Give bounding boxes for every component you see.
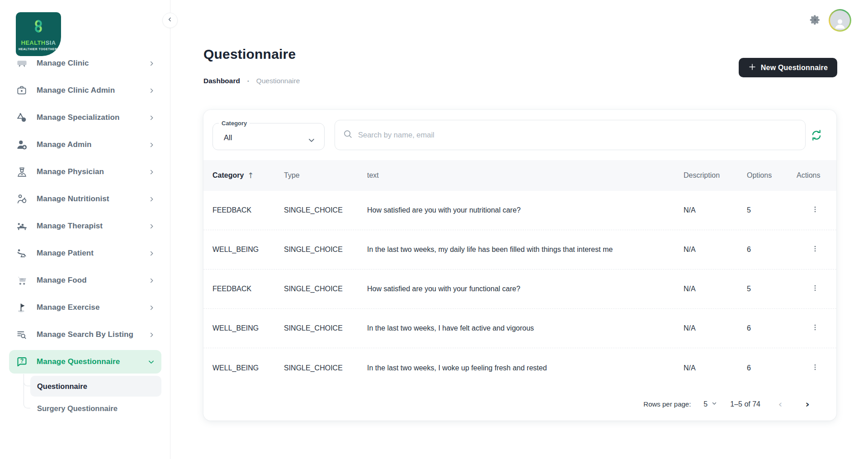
table-row: FEEDBACKSINGLE_CHOICEHow satisfied are y… [203, 270, 836, 309]
sidebar-subitem-label: Surgery Questionnaire [37, 404, 118, 413]
cell-options: 6 [747, 246, 797, 254]
column-header-options[interactable]: Options [747, 171, 797, 180]
chevron-right-icon [148, 196, 155, 203]
sidebar-item-manage-food[interactable]: Manage Food [9, 269, 161, 292]
nutritionist-icon [15, 192, 28, 206]
sidebar-subitem-questionnaire[interactable]: Questionnaire [30, 376, 161, 397]
sidebar-item-manage-physician[interactable]: Manage Physician [9, 160, 161, 184]
refresh-icon [810, 135, 823, 143]
kebab-menu-icon [811, 205, 819, 215]
sidebar-collapse-button[interactable] [162, 13, 178, 28]
cart-icon [15, 274, 28, 287]
column-header-category[interactable]: Category ↑ [212, 171, 284, 180]
chevron-right-icon [148, 223, 155, 230]
settings-button[interactable] [808, 14, 822, 28]
rows-per-page-value: 5 [703, 400, 708, 408]
cell-type: SINGLE_CHOICE [284, 246, 367, 254]
breadcrumb-dashboard[interactable]: Dashboard [203, 77, 240, 85]
sidebar-subitem-surgery-questionnaire[interactable]: Surgery Questionnaire [30, 398, 161, 419]
storefront-icon [15, 57, 28, 70]
cell-description: N/A [684, 364, 747, 372]
row-actions-button[interactable] [807, 360, 823, 376]
sort-ascending-icon: ↑ [247, 171, 254, 180]
cell-text: In the last two weeks, I woke up feeling… [367, 364, 684, 372]
column-header-description[interactable]: Description [684, 171, 747, 180]
chat-question-icon: ? [15, 355, 28, 369]
brand-name-secondary: SIA [46, 39, 56, 46]
cell-options: 6 [747, 324, 797, 332]
sidebar-item-label: Manage Food [37, 276, 87, 285]
sidebar: Manage ClinicManage Clinic AdminManage S… [0, 0, 170, 459]
new-questionnaire-button[interactable]: New Questionnaire [739, 58, 837, 77]
app-logo[interactable]: HEALTHSIA HEALTHIER TOGETHER! [16, 12, 61, 56]
sidebar-item-manage-clinic-admin[interactable]: Manage Clinic Admin [9, 79, 161, 102]
column-header-type[interactable]: Type [284, 171, 367, 180]
chevron-left-icon [167, 16, 173, 24]
cell-options: 5 [747, 285, 797, 293]
logo-area: HEALTHSIA HEALTHIER TOGETHER! [0, 0, 167, 57]
table-row: FEEDBACKSINGLE_CHOICEHow satisfied are y… [203, 191, 836, 230]
user-avatar[interactable] [829, 9, 851, 32]
breadcrumb-separator: • [247, 78, 249, 84]
column-label: Category [212, 171, 244, 180]
kebab-menu-icon [811, 363, 819, 373]
sidebar-item-manage-questionnaire[interactable]: ?Manage Questionnaire [9, 350, 161, 374]
table-row: WELL_BEINGSINGLE_CHOICEIn the last two w… [203, 348, 836, 388]
refresh-button[interactable] [810, 129, 823, 142]
cell-text: In the last two weeks, I have felt activ… [367, 324, 684, 332]
physician-icon [15, 165, 28, 179]
chevron-right-icon [148, 250, 155, 257]
svg-text:?: ? [20, 358, 24, 364]
cell-category: FEEDBACK [212, 206, 284, 214]
pagination-range: 1–5 of 74 [730, 400, 760, 408]
sidebar-item-manage-patient[interactable]: Manage Patient [9, 241, 161, 265]
category-select-label: Category [219, 120, 250, 127]
sidebar-item-label: Manage Questionnaire [37, 357, 120, 366]
person-icon [830, 10, 850, 30]
cell-options: 5 [747, 206, 797, 214]
sidebar-item-manage-nutritionist[interactable]: Manage Nutritionist [9, 187, 161, 211]
cell-type: SINGLE_CHOICE [284, 285, 367, 293]
row-actions-button[interactable] [807, 242, 823, 257]
category-select-value: All [224, 133, 232, 142]
row-actions-button[interactable] [807, 203, 823, 218]
breadcrumb: Dashboard • Questionnaire [203, 77, 300, 85]
chevron-right-icon [148, 304, 155, 311]
sidebar-item-label: Manage Nutritionist [37, 194, 109, 203]
cell-text: How satisfied are you with your function… [367, 285, 684, 293]
chevron-right-icon [148, 169, 155, 175]
cell-category: FEEDBACK [212, 285, 284, 293]
rows-per-page-select[interactable]: 5 [703, 400, 717, 408]
sidebar-item-label: Manage Exercise [37, 303, 99, 312]
new-questionnaire-label: New Questionnaire [761, 64, 828, 72]
column-header-text[interactable]: text [367, 171, 684, 180]
tree-connector [24, 374, 30, 408]
search-input[interactable] [358, 131, 797, 139]
kebab-menu-icon [811, 284, 819, 294]
sidebar-item-label: Manage Admin [37, 140, 91, 149]
row-actions-button[interactable] [807, 321, 823, 336]
category-select[interactable]: Category All [212, 120, 325, 150]
sidebar-item-label: Manage Clinic [37, 59, 89, 68]
cell-type: SINGLE_CHOICE [284, 206, 367, 214]
sidebar-item-manage-admin[interactable]: Manage Admin [9, 133, 161, 156]
chevron-right-icon [148, 331, 155, 338]
sidebar-item-manage-exercise[interactable]: Manage Exercise [9, 296, 161, 319]
cell-category: WELL_BEING [212, 364, 284, 372]
sidebar-item-manage-specialization[interactable]: Manage Specialization [9, 106, 161, 129]
table-body: FEEDBACKSINGLE_CHOICEHow satisfied are y… [203, 191, 836, 388]
row-actions-button[interactable] [807, 281, 823, 297]
search-icon [343, 129, 353, 141]
next-page-button[interactable]: › [800, 397, 815, 412]
column-header-actions: Actions [797, 171, 836, 180]
kebab-menu-icon [811, 245, 819, 255]
chevron-right-icon [148, 114, 155, 121]
breadcrumb-questionnaire: Questionnaire [256, 77, 300, 85]
shapes-icon [15, 111, 28, 124]
previous-page-button[interactable]: ‹ [773, 397, 788, 412]
search-box [335, 120, 806, 150]
sidebar-item-manage-search-by-listing[interactable]: Manage Search By Listing [9, 323, 161, 346]
cell-category: WELL_BEING [212, 246, 284, 254]
sidebar-item-manage-therapist[interactable]: Manage Therapist [9, 214, 161, 238]
chevron-right-icon [148, 87, 155, 94]
